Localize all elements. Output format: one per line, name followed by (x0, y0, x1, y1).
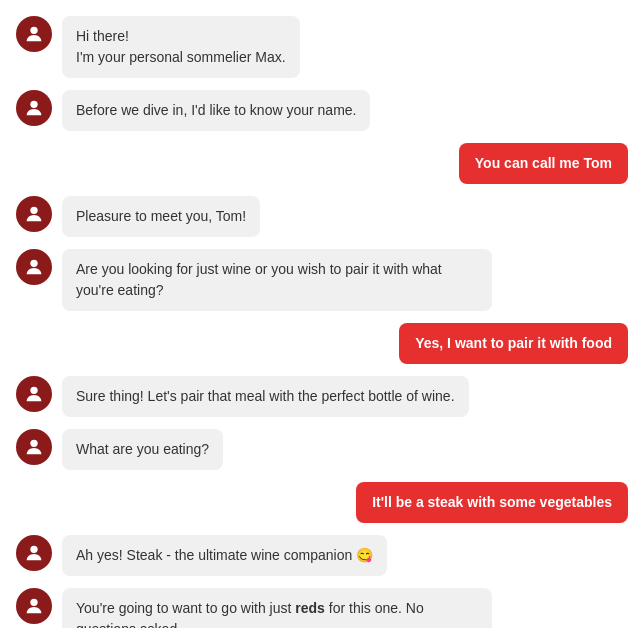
bot-bubble: Are you looking for just wine or you wis… (62, 249, 492, 311)
message-row: Pleasure to meet you, Tom! (16, 196, 628, 237)
message-row: Are you looking for just wine or you wis… (16, 249, 628, 311)
avatar (16, 16, 52, 52)
avatar (16, 429, 52, 465)
svg-point-4 (30, 387, 37, 394)
bot-bubble: Before we dive in, I'd like to know your… (62, 90, 370, 131)
bot-bubble: Pleasure to meet you, Tom! (62, 196, 260, 237)
avatar (16, 535, 52, 571)
bot-bubble: Sure thing! Let's pair that meal with th… (62, 376, 469, 417)
avatar (16, 376, 52, 412)
bubble-line: Sure thing! Let's pair that meal with th… (76, 386, 455, 407)
message-row: Before we dive in, I'd like to know your… (16, 90, 628, 131)
user-bubble: You can call me Tom (459, 143, 628, 184)
user-bubble: It'll be a steak with some vegetables (356, 482, 628, 523)
svg-point-7 (30, 599, 37, 606)
bubble-line: Ah yes! Steak - the ultimate wine compan… (76, 545, 373, 566)
svg-point-5 (30, 440, 37, 447)
svg-point-0 (30, 27, 37, 34)
message-row: Sure thing! Let's pair that meal with th… (16, 376, 628, 417)
message-row-user: It'll be a steak with some vegetables (16, 482, 628, 523)
bot-bubble: What are you eating? (62, 429, 223, 470)
avatar (16, 90, 52, 126)
svg-point-3 (30, 260, 37, 267)
svg-point-1 (30, 101, 37, 108)
message-row-user: You can call me Tom (16, 143, 628, 184)
svg-point-6 (30, 546, 37, 553)
bubble-line: Are you looking for just wine or you wis… (76, 259, 478, 301)
message-row: Hi there! I'm your personal sommelier Ma… (16, 16, 628, 78)
message-row: What are you eating? (16, 429, 628, 470)
message-row: You're going to want to go with just red… (16, 588, 628, 628)
bot-bubble: You're going to want to go with just red… (62, 588, 492, 628)
user-bubble: Yes, I want to pair it with food (399, 323, 628, 364)
svg-point-2 (30, 207, 37, 214)
avatar (16, 249, 52, 285)
bot-bubble: Ah yes! Steak - the ultimate wine compan… (62, 535, 387, 576)
bubble-line: You're going to want to go with just red… (76, 598, 478, 628)
bubble-line: Pleasure to meet you, Tom! (76, 206, 246, 227)
bot-bubble: Hi there! I'm your personal sommelier Ma… (62, 16, 300, 78)
bubble-line: What are you eating? (76, 439, 209, 460)
bubble-line: Hi there! (76, 26, 286, 47)
message-row-user: Yes, I want to pair it with food (16, 323, 628, 364)
bubble-line: You can call me Tom (475, 153, 612, 174)
bubble-line: Yes, I want to pair it with food (415, 333, 612, 354)
bubble-line: I'm your personal sommelier Max. (76, 47, 286, 68)
bubble-line: It'll be a steak with some vegetables (372, 492, 612, 513)
chat-container: Hi there! I'm your personal sommelier Ma… (0, 0, 644, 628)
avatar (16, 196, 52, 232)
bubble-line: Before we dive in, I'd like to know your… (76, 100, 356, 121)
message-row: Ah yes! Steak - the ultimate wine compan… (16, 535, 628, 576)
avatar (16, 588, 52, 624)
